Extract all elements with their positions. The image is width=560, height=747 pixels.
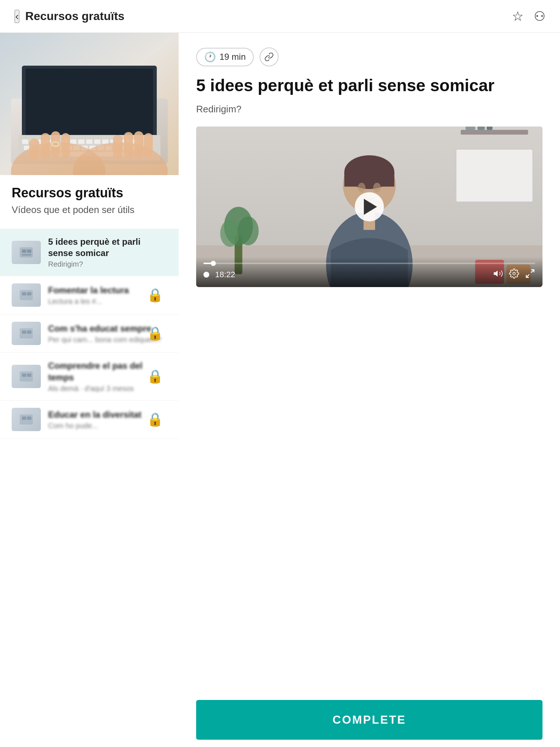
meta-row: 🕐 19 min xyxy=(196,47,542,66)
duration-badge: 🕐 19 min xyxy=(196,48,254,66)
svg-rect-45 xyxy=(22,249,26,253)
fullscreen-icon[interactable] xyxy=(525,268,535,281)
svg-rect-47 xyxy=(22,254,31,256)
main-content: Recursos gratuïts Vídeos que et poden se… xyxy=(0,33,560,445)
svg-rect-56 xyxy=(27,374,31,377)
svg-rect-63 xyxy=(466,127,475,130)
svg-rect-36 xyxy=(41,133,50,159)
chain-link-icon xyxy=(264,52,274,62)
video-player[interactable]: 18:22 xyxy=(196,127,542,287)
svg-point-69 xyxy=(220,220,240,247)
svg-rect-35 xyxy=(29,139,39,160)
back-button[interactable]: ‹ xyxy=(15,10,19,23)
svg-rect-55 xyxy=(22,374,26,377)
video-thumb-icon xyxy=(19,328,34,339)
svg-rect-38 xyxy=(61,133,70,158)
svg-rect-5 xyxy=(22,139,28,144)
lock-icon: 🔒 xyxy=(147,412,163,427)
list-item-info: Fomentar la lectura Lectura a les #... 🔒 xyxy=(48,285,167,306)
list-item-info: Educar en la diversitat Com ho pude... 🔒 xyxy=(48,409,167,430)
lock-icon: 🔒 xyxy=(147,326,163,341)
complete-button[interactable]: COMPLETE xyxy=(196,700,542,740)
svg-rect-50 xyxy=(27,292,31,295)
svg-rect-49 xyxy=(22,292,26,295)
svg-rect-75 xyxy=(344,172,394,187)
controls-row: 18:22 xyxy=(203,268,535,281)
video-controls: 18:22 xyxy=(196,257,542,287)
content-subtitle: Redirigim? xyxy=(196,104,542,115)
svg-rect-13 xyxy=(86,139,93,144)
play-triangle-icon xyxy=(364,199,377,215)
volume-svg xyxy=(493,268,503,279)
svg-line-83 xyxy=(526,274,529,277)
list-item-thumbnail xyxy=(12,408,41,431)
content-title: 5 idees perquè et parli sense somicar xyxy=(196,75,542,96)
svg-rect-53 xyxy=(27,330,31,334)
svg-marker-80 xyxy=(494,270,498,276)
progress-dot xyxy=(211,261,216,266)
play-pause-dot[interactable] xyxy=(203,272,209,278)
time-display: 18:22 xyxy=(215,270,487,279)
list-item-info: Com s'ha educat sempre Per qui cam... bo… xyxy=(48,323,167,344)
list-item-info: Comprendre el pas del temps Als demà · d… xyxy=(48,360,167,392)
svg-rect-14 xyxy=(94,139,101,144)
progress-fill xyxy=(203,263,213,264)
lock-icon: 🔒 xyxy=(147,369,163,384)
list-item[interactable]: Comprendre el pas del temps Als demà · d… xyxy=(0,353,179,400)
svg-rect-40 xyxy=(113,135,122,159)
svg-point-81 xyxy=(513,272,516,275)
list-item[interactable]: Fomentar la lectura Lectura a les #... 🔒 xyxy=(0,276,179,314)
list-item[interactable]: Com s'ha educat sempre Per qui cam... bo… xyxy=(0,314,179,353)
svg-rect-46 xyxy=(27,249,31,253)
svg-rect-64 xyxy=(478,127,485,130)
section-title: Recursos gratuïts xyxy=(12,185,167,201)
video-thumb-icon xyxy=(19,371,34,382)
svg-point-77 xyxy=(373,183,381,192)
volume-icon[interactable] xyxy=(493,268,503,281)
svg-rect-41 xyxy=(124,132,133,158)
hero-image-inner xyxy=(0,33,179,175)
list-item-subtitle: Als demà · d'aquí 3 mesos xyxy=(48,384,167,393)
svg-rect-65 xyxy=(487,127,493,130)
svg-point-70 xyxy=(237,216,258,245)
video-thumb-icon xyxy=(19,289,34,301)
svg-rect-58 xyxy=(22,417,26,420)
svg-line-82 xyxy=(531,270,534,272)
share-link-button[interactable]: ⚇ xyxy=(534,10,545,23)
svg-rect-66 xyxy=(456,149,533,202)
list-item-thumbnail xyxy=(12,322,41,345)
bookmark-button[interactable]: ☆ xyxy=(512,10,524,23)
svg-point-76 xyxy=(358,183,365,192)
section-subtitle: Vídeos que et poden ser útils xyxy=(12,204,167,216)
lock-icon: 🔒 xyxy=(147,287,163,303)
svg-rect-62 xyxy=(461,129,528,134)
settings-icon[interactable] xyxy=(509,268,519,281)
header-left: ‹ Recursos gratuïts xyxy=(15,9,124,23)
right-column: 🕐 19 min 5 idees perquè et parli sense s… xyxy=(179,33,560,445)
link-button[interactable] xyxy=(260,47,279,66)
play-button[interactable] xyxy=(355,192,384,221)
svg-rect-43 xyxy=(144,133,153,158)
hero-laptop-illustration xyxy=(0,33,179,175)
svg-rect-12 xyxy=(78,139,85,144)
svg-rect-3 xyxy=(26,69,153,135)
clock-icon: 🕐 xyxy=(204,51,216,63)
progress-bar[interactable] xyxy=(203,263,535,264)
list-item[interactable]: 5 idees perquè et parli sense somicar Re… xyxy=(0,229,179,276)
duration-label: 19 min xyxy=(219,52,246,62)
gear-svg xyxy=(509,268,519,279)
video-thumb-icon xyxy=(19,414,34,425)
list-item-info: 5 idees perquè et parli sense somicar Re… xyxy=(48,236,167,268)
list-item[interactable]: Educar en la diversitat Com ho pude... 🔒 xyxy=(0,400,179,439)
header-title: Recursos gratuïts xyxy=(25,9,124,23)
hero-image xyxy=(0,33,179,175)
svg-rect-42 xyxy=(134,131,143,158)
header-icons: ☆ ⚇ xyxy=(512,10,545,23)
list-item-thumbnail xyxy=(12,283,41,307)
list-item-thumbnail xyxy=(12,365,41,388)
section-info: Recursos gratuïts Vídeos que et poden se… xyxy=(0,175,179,223)
complete-button-container: COMPLETE xyxy=(179,693,560,747)
fullscreen-svg xyxy=(525,268,535,279)
list-item-thumbnail xyxy=(12,241,41,264)
video-thumb-icon xyxy=(19,247,34,258)
